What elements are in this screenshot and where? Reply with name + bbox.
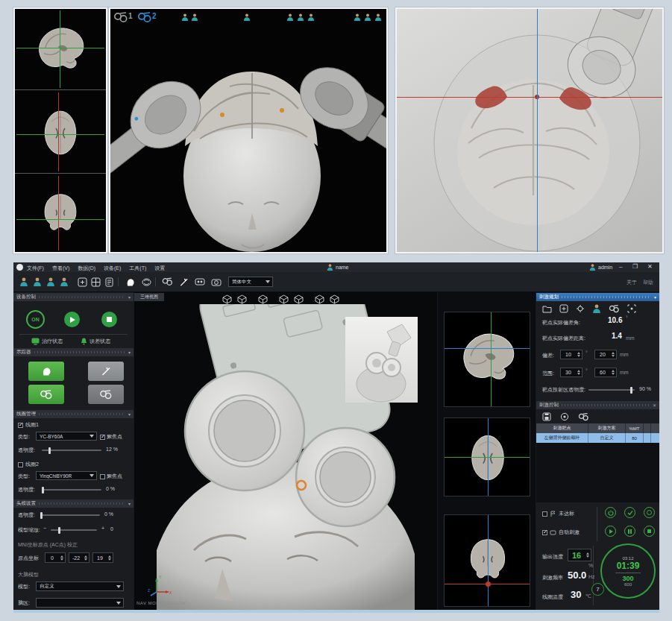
- coil2-focus[interactable]: 聚焦点: [100, 473, 122, 480]
- target-button[interactable]: [644, 507, 655, 518]
- axial-slice-view[interactable]: [444, 417, 530, 497]
- scale-minus-button[interactable]: −: [43, 526, 46, 531]
- camera-icon[interactable]: [210, 276, 222, 288]
- menu-tools[interactable]: 工具(T): [129, 265, 146, 272]
- spin-up-icon[interactable]: [612, 352, 615, 354]
- coil2-indicator[interactable]: 2: [137, 12, 157, 23]
- patient-list-icon[interactable]: [31, 276, 43, 288]
- section-tracker[interactable]: 示踪器▾: [13, 348, 134, 356]
- view-persons-group-a[interactable]: [181, 13, 198, 21]
- spin-up-icon[interactable]: [60, 555, 63, 558]
- gear-icon[interactable]: [576, 304, 585, 313]
- head-model-icon[interactable]: [124, 276, 136, 288]
- projection-opacity-slider[interactable]: [588, 389, 635, 391]
- stop-button[interactable]: [101, 312, 117, 327]
- output-intensity-spinbox[interactable]: 16: [568, 549, 591, 561]
- coil1-opacity-slider[interactable]: [42, 450, 101, 451]
- col-extra1[interactable]: [644, 423, 651, 433]
- tracker-coil1-button[interactable]: [28, 385, 64, 404]
- auto-stim-option[interactable]: 自动刺激: [542, 529, 580, 536]
- coil2-opacity-slider[interactable]: [42, 489, 101, 491]
- add-target-icon[interactable]: [559, 304, 568, 313]
- coil2-type-select[interactable]: YingChiBY90R: [36, 471, 97, 480]
- slider-handle[interactable]: [42, 487, 44, 494]
- col-target[interactable]: 刺激靶点: [536, 423, 588, 433]
- cube-left-icon[interactable]: [258, 294, 268, 304]
- language-select[interactable]: 简体中文: [228, 277, 273, 287]
- brain-model-icon[interactable]: [140, 276, 152, 288]
- scale-plus-button[interactable]: +: [101, 526, 104, 531]
- sagittal-slice-view[interactable]: [444, 312, 530, 407]
- checkbox-checked[interactable]: [542, 530, 547, 535]
- inset-orientation-view[interactable]: [345, 317, 418, 403]
- tracker-probe-button[interactable]: [88, 362, 124, 381]
- spin-up-icon[interactable]: [577, 370, 580, 372]
- stim-play-button[interactable]: [605, 526, 616, 537]
- origin-z-spinbox[interactable]: 19: [92, 552, 113, 563]
- patient-export-icon[interactable]: [58, 276, 70, 288]
- tracker-coil2-button[interactable]: [88, 385, 124, 404]
- probe-tool-icon[interactable]: [178, 276, 189, 288]
- model-select[interactable]: 自定义: [36, 581, 124, 591]
- checkbox-unchecked[interactable]: [542, 511, 547, 517]
- menu-settings[interactable]: 设置: [154, 265, 165, 272]
- not-reached-option[interactable]: 未达标: [542, 510, 574, 517]
- spin-down-icon[interactable]: [586, 555, 589, 558]
- spin-down-icon[interactable]: [577, 373, 580, 375]
- cube-right-icon[interactable]: [279, 294, 289, 304]
- viewport-3d[interactable]: 三维视图: [134, 292, 437, 610]
- spin-down-icon[interactable]: [577, 355, 580, 357]
- region-select[interactable]: [36, 598, 124, 608]
- section-stimulation-planning[interactable]: 刺激规划▾: [536, 293, 659, 301]
- spin-up-icon[interactable]: [108, 555, 111, 558]
- checkbox-checked[interactable]: [100, 435, 105, 440]
- close-section-icon[interactable]: ✕: [653, 403, 656, 408]
- cube-back-icon[interactable]: [237, 294, 247, 304]
- col-protocol[interactable]: 刺激方案: [588, 423, 626, 433]
- view-persons-group-b[interactable]: [286, 13, 315, 21]
- slider-handle[interactable]: [40, 512, 43, 519]
- spin-down-icon[interactable]: [612, 355, 615, 357]
- range-dist-spinbox[interactable]: 60: [594, 368, 617, 377]
- person-target-icon[interactable]: [592, 304, 601, 313]
- range-angle-spinbox[interactable]: 30: [560, 368, 582, 377]
- menu-file[interactable]: 文件(F): [27, 265, 44, 272]
- checkbox-checked[interactable]: [18, 423, 23, 428]
- power-on-button[interactable]: ON: [26, 310, 45, 329]
- help-link[interactable]: 帮助: [643, 279, 653, 286]
- coil1-enable[interactable]: 线圈1: [18, 421, 39, 429]
- stim-stop-button[interactable]: [644, 526, 655, 537]
- layout-icon[interactable]: [90, 276, 101, 288]
- view-person-single[interactable]: [243, 13, 251, 21]
- slider-handle[interactable]: [48, 447, 51, 454]
- col-extra2[interactable]: [651, 423, 659, 433]
- spin-down-icon[interactable]: [84, 558, 87, 561]
- coronal-slice-view[interactable]: [444, 514, 530, 607]
- patient-add-icon[interactable]: [18, 276, 30, 288]
- coil-plan-icon[interactable]: [609, 305, 620, 313]
- coil-control-icon[interactable]: [578, 413, 589, 421]
- origin-y-spinbox[interactable]: -22: [69, 552, 90, 563]
- section-head-settings[interactable]: 头模设置▾: [13, 499, 134, 508]
- spin-down-icon[interactable]: [60, 558, 63, 561]
- section-stimulation-control[interactable]: 刺激控制✕: [536, 401, 659, 409]
- about-link[interactable]: 关于: [627, 279, 637, 286]
- slider-handle[interactable]: [630, 387, 632, 394]
- coronal-slice-thumb[interactable]: [33, 180, 88, 246]
- close-button[interactable]: ✕: [647, 263, 653, 270]
- save-icon[interactable]: [542, 412, 551, 421]
- coil2-enable[interactable]: 线圈2: [18, 461, 39, 468]
- spin-down-icon[interactable]: [108, 558, 111, 561]
- menu-device[interactable]: 设备(E): [104, 265, 121, 272]
- dual-coil-head-render[interactable]: [110, 27, 388, 252]
- spin-up-icon[interactable]: [586, 552, 589, 555]
- minimize-button[interactable]: –: [619, 263, 622, 270]
- menu-view[interactable]: 查看(V): [52, 265, 69, 272]
- spin-up-icon[interactable]: [577, 352, 580, 354]
- spin-up-icon[interactable]: [612, 370, 615, 372]
- cube-iso-icon[interactable]: [330, 294, 339, 304]
- confirm-button[interactable]: [624, 507, 635, 518]
- cube-top-icon[interactable]: [294, 294, 304, 304]
- focus-box-icon[interactable]: [627, 304, 636, 313]
- registration-frame-icon[interactable]: [76, 276, 88, 288]
